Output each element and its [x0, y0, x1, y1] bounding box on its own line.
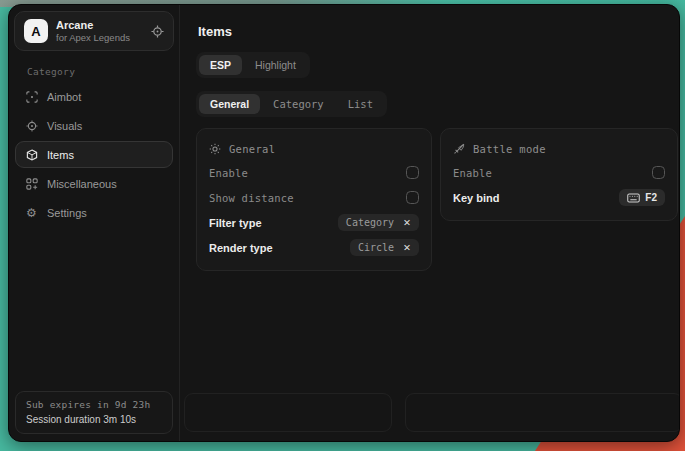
profile-text: Arcane for Apex Legends — [56, 19, 130, 43]
battle-panel-header: Battle mode — [453, 138, 665, 160]
mode-tab-group: ESP Highlight — [196, 52, 310, 78]
desktop-background: A Arcane for Apex Legends Category — [0, 0, 685, 451]
tab-category[interactable]: Category — [262, 94, 335, 114]
enable-label: Enable — [209, 167, 248, 179]
filter-type-select[interactable]: Category ✕ — [338, 214, 419, 231]
show-distance-row: Show distance — [209, 185, 419, 210]
sub-expires-text: Sub expires in 9d 23h — [26, 399, 162, 410]
bottom-empty-card — [405, 393, 680, 432]
battle-panel-title: Battle mode — [473, 143, 546, 155]
panels-row: General Enable Show distance Filter type… — [196, 128, 678, 271]
key-bind-value: F2 — [645, 192, 657, 203]
render-type-label: Render type — [209, 242, 273, 254]
render-type-value: Circle — [358, 242, 394, 253]
bottom-empty-cards — [184, 393, 680, 432]
sub-tab-group: General Category List — [196, 91, 387, 117]
app-title: Arcane — [56, 19, 130, 31]
show-distance-label: Show distance — [209, 192, 294, 204]
battle-enable-checkbox[interactable] — [652, 166, 665, 179]
main-content: Items ESP Highlight General Category Lis… — [180, 5, 680, 441]
sidebar-item-aimbot[interactable]: Aimbot — [15, 83, 173, 110]
enable-row: Enable — [209, 160, 419, 185]
sidebar: A Arcane for Apex Legends Category — [9, 5, 180, 441]
filter-type-label: Filter type — [209, 217, 262, 229]
general-panel-header: General — [209, 138, 419, 160]
clear-filter-icon[interactable]: ✕ — [403, 218, 411, 228]
crosshair-icon — [25, 91, 38, 103]
general-panel-title: General — [229, 143, 275, 155]
battle-enable-row: Enable — [453, 160, 665, 185]
subscription-footer-card: Sub expires in 9d 23h Session duration 3… — [15, 391, 173, 434]
tab-highlight[interactable]: Highlight — [244, 55, 307, 75]
profile-card[interactable]: A Arcane for Apex Legends — [14, 11, 174, 51]
sidebar-item-visuals[interactable]: Visuals — [15, 112, 173, 139]
radar-eye-icon — [25, 120, 38, 132]
sidebar-item-miscellaneous[interactable]: Miscellaneous — [15, 170, 173, 197]
sidebar-item-items[interactable]: Items — [15, 141, 173, 168]
app-logo: A — [24, 19, 48, 43]
tab-list[interactable]: List — [337, 94, 384, 114]
sword-icon — [453, 143, 465, 155]
sidebar-item-label: Visuals — [47, 120, 82, 132]
tab-esp[interactable]: ESP — [199, 55, 242, 75]
render-type-select[interactable]: Circle ✕ — [350, 239, 419, 256]
arcane-app-window: A Arcane for Apex Legends Category — [8, 4, 680, 442]
sidebar-item-label: Miscellaneous — [47, 178, 117, 190]
sidebar-item-label: Settings — [47, 207, 87, 219]
key-bind-row: Key bind F2 — [453, 185, 665, 210]
package-box-icon — [25, 149, 38, 161]
filter-type-value: Category — [346, 217, 394, 228]
sidebar-nav: Aimbot Visuals — [14, 83, 174, 226]
battle-mode-panel: Battle mode Enable Key bind — [440, 128, 678, 221]
key-bind-label: Key bind — [453, 192, 499, 204]
sidebar-item-settings[interactable]: ⚙ Settings — [15, 199, 173, 226]
tab-general[interactable]: General — [199, 94, 260, 114]
grid-plus-icon — [25, 178, 38, 190]
gear-icon: ⚙ — [25, 207, 38, 219]
battle-enable-label: Enable — [453, 167, 492, 179]
clear-render-icon[interactable]: ✕ — [403, 243, 411, 253]
bottom-empty-card — [184, 393, 392, 432]
key-bind-button[interactable]: F2 — [619, 189, 665, 206]
render-type-row: Render type Circle ✕ — [209, 235, 419, 260]
filter-type-row: Filter type Category ✕ — [209, 210, 419, 235]
session-duration-text: Session duration 3m 10s — [26, 414, 162, 425]
target-pin-icon[interactable] — [151, 25, 164, 38]
app-subtitle: for Apex Legends — [56, 32, 130, 43]
sidebar-section-label: Category — [27, 66, 174, 77]
page-title: Items — [198, 24, 232, 39]
keyboard-icon — [627, 193, 640, 203]
enable-checkbox[interactable] — [406, 166, 419, 179]
sidebar-item-label: Items — [47, 149, 74, 161]
general-panel: General Enable Show distance Filter type… — [196, 128, 432, 271]
sidebar-item-label: Aimbot — [47, 91, 81, 103]
sun-icon — [209, 143, 221, 155]
show-distance-checkbox[interactable] — [406, 191, 419, 204]
